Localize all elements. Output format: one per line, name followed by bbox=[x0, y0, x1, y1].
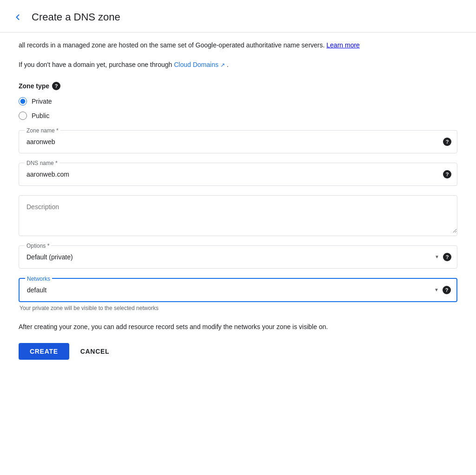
page-title: Create a DNS zone bbox=[32, 9, 120, 25]
dns-name-field: DNS name ? bbox=[19, 163, 457, 186]
networks-select[interactable]: default bbox=[20, 279, 434, 301]
dns-name-label: DNS name bbox=[25, 159, 60, 167]
dns-name-help-icon-container: ? bbox=[443, 170, 451, 178]
radio-public[interactable] bbox=[19, 112, 27, 120]
networks-label: Networks bbox=[25, 275, 52, 283]
purchase-description: If you don't have a domain yet, purchase… bbox=[19, 50, 457, 70]
action-buttons: CREATE CANCEL bbox=[19, 343, 457, 360]
networks-container: Networks default ▼ ? bbox=[19, 278, 457, 302]
description-container bbox=[19, 195, 457, 236]
networks-field: Networks default ▼ ? Your private zone w… bbox=[19, 278, 457, 312]
cancel-button[interactable]: CANCEL bbox=[77, 343, 113, 360]
zone-type-radio-group: Private Public bbox=[19, 97, 457, 121]
external-link-icon: ↗ bbox=[220, 62, 225, 68]
options-select-container: Default (private) Custom ▼ ? bbox=[19, 246, 457, 268]
networks-help-icon[interactable]: ? bbox=[443, 286, 451, 294]
options-field: Options Default (private) Custom ▼ ? bbox=[19, 245, 457, 269]
back-button[interactable] bbox=[11, 11, 24, 24]
content-area: all records in a managed zone are hosted… bbox=[0, 33, 476, 378]
cloud-domains-link[interactable]: Cloud Domains ↗ bbox=[174, 61, 227, 68]
options-dropdown-arrow: ▼ bbox=[435, 253, 439, 260]
zone-name-help-icon-container: ? bbox=[443, 138, 451, 146]
radio-option-public[interactable]: Public bbox=[19, 111, 457, 121]
options-container: Options Default (private) Custom ▼ ? bbox=[19, 245, 457, 269]
options-label: Options bbox=[25, 242, 51, 250]
zone-name-field: Zone name ? bbox=[19, 130, 457, 153]
zone-type-help-icon[interactable]: ? bbox=[52, 82, 60, 90]
dns-name-container: DNS name ? bbox=[19, 163, 457, 186]
radio-option-private[interactable]: Private bbox=[19, 97, 457, 106]
options-help-icon[interactable]: ? bbox=[443, 253, 451, 261]
description-textarea[interactable] bbox=[19, 196, 457, 233]
zone-type-label: Zone type ? bbox=[19, 81, 457, 91]
description-field bbox=[19, 195, 457, 236]
learn-more-link[interactable]: Learn more bbox=[326, 41, 360, 49]
page-container: Create a DNS zone all records in a manag… bbox=[0, 0, 476, 475]
networks-select-container: default ▼ ? bbox=[20, 279, 456, 301]
radio-private-label: Private bbox=[32, 97, 52, 106]
zone-name-container: Zone name ? bbox=[19, 130, 457, 153]
radio-public-label: Public bbox=[32, 111, 49, 121]
networks-helper-text: Your private zone will be visible to the… bbox=[19, 304, 457, 312]
zone-name-help-icon[interactable]: ? bbox=[443, 138, 451, 146]
zone-name-label: Zone name bbox=[25, 126, 60, 135]
zone-name-input[interactable] bbox=[19, 131, 457, 153]
dns-name-input[interactable] bbox=[19, 163, 457, 185]
networks-dropdown-arrow: ▼ bbox=[434, 286, 439, 293]
page-header: Create a DNS zone bbox=[0, 0, 476, 33]
truncated-description: all records in a managed zone are hosted… bbox=[19, 33, 457, 50]
radio-private[interactable] bbox=[19, 97, 27, 106]
info-text: After creating your zone, you can add re… bbox=[19, 322, 457, 332]
create-button[interactable]: CREATE bbox=[19, 343, 69, 360]
options-select[interactable]: Default (private) Custom bbox=[19, 246, 435, 268]
dns-name-help-icon[interactable]: ? bbox=[443, 170, 451, 178]
